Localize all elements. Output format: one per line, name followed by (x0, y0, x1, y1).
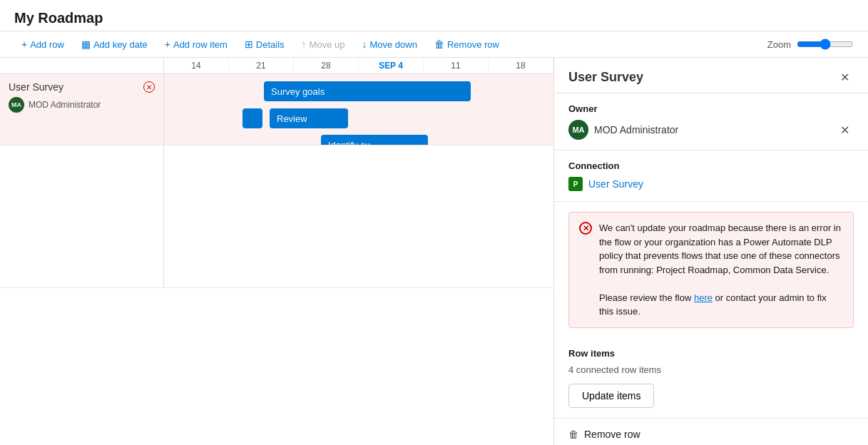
panel-header: User Survey ✕ (554, 58, 868, 93)
plus-icon-2: + (165, 39, 170, 50)
small-bar[interactable] (242, 108, 262, 128)
app-header: My Roadmap (0, 0, 868, 31)
review-bar[interactable]: Review (270, 108, 348, 128)
grid-content: User Survey ✕ MA MOD Administrator Surve… (0, 74, 553, 445)
survey-goals-bar[interactable]: Survey goals (264, 81, 471, 101)
row-name: User Survey ✕ (9, 81, 155, 93)
row-items-section: Row items 4 connected row items Update i… (554, 338, 868, 418)
owner-section-label: Owner (568, 103, 854, 114)
trash-icon: 🗑 (568, 429, 578, 440)
error-link[interactable]: here (694, 292, 713, 303)
roadmap-panel: 14 21 28 SEP 4 11 18 User Survey ✕ (0, 58, 554, 445)
arrow-down-icon: ↓ (362, 39, 367, 50)
main-area: 14 21 28 SEP 4 11 18 User Survey ✕ (0, 58, 868, 445)
connection-link[interactable]: User Survey (588, 178, 643, 190)
app-title: My Roadmap (14, 10, 103, 26)
date-cell-sep4: SEP 4 (359, 58, 424, 73)
owner-section: Owner MA MOD Administrator ✕ (554, 93, 868, 150)
identify-bar[interactable]: Identify su... (321, 135, 428, 145)
zoom-control: Zoom (767, 39, 854, 50)
date-cell-18: 18 (489, 58, 553, 73)
date-header: 14 21 28 SEP 4 11 18 (0, 58, 553, 74)
date-cells: 14 21 28 SEP 4 11 18 (164, 58, 553, 73)
remove-row-section[interactable]: 🗑 Remove row (554, 418, 868, 446)
toolbar: + Add row ▦ Add key date + Add row item … (0, 31, 868, 58)
row-items-count: 4 connected row items (568, 364, 854, 375)
remove-owner-button[interactable]: ✕ (836, 122, 854, 138)
date-header-spacer (0, 58, 164, 73)
table-row: User Survey ✕ MA MOD Administrator Surve… (0, 74, 553, 145)
date-cell-14: 14 (164, 58, 229, 73)
error-text: We can't update your roadmap because the… (599, 221, 843, 319)
details-icon: ⊞ (245, 39, 253, 50)
date-cell-11: 11 (424, 58, 489, 73)
avatar: MA (568, 120, 588, 140)
plus-icon: + (21, 39, 27, 50)
panel-title: User Survey (568, 70, 643, 85)
calendar-icon: ▦ (81, 39, 91, 50)
row-label-cell: User Survey ✕ MA MOD Administrator (0, 74, 164, 145)
zoom-slider[interactable] (797, 39, 854, 50)
owner-name: MOD Administrator (594, 124, 678, 135)
arrow-up-icon: ↑ (302, 39, 307, 50)
connection-section-label: Connection (568, 160, 854, 171)
table-row (0, 145, 553, 288)
connection-row: P User Survey (568, 177, 854, 191)
row-close-icon[interactable]: ✕ (143, 81, 155, 93)
right-panel: User Survey ✕ Owner MA MOD Administrator… (554, 58, 868, 445)
remove-row-label: Remove row (584, 429, 640, 440)
row-items-label: Row items (568, 348, 854, 359)
move-down-button[interactable]: ↓ Move down (354, 36, 424, 53)
row-gantt-cells: Survey goals Review Identify su... (164, 74, 553, 145)
move-up-button[interactable]: ↑ Move up (295, 36, 352, 53)
add-row-item-button[interactable]: + Add row item (158, 36, 235, 53)
update-items-button[interactable]: Update items (568, 384, 654, 408)
connection-icon: P (568, 177, 583, 191)
row-owner: MA MOD Administrator (9, 97, 155, 113)
empty-row-label (0, 145, 164, 287)
date-cell-28: 28 (294, 58, 359, 73)
avatar: MA (9, 97, 24, 113)
empty-row-cells (164, 145, 553, 287)
connection-section: Connection P User Survey (554, 150, 868, 202)
trash-icon-toolbar: 🗑 (434, 39, 444, 50)
panel-close-button[interactable]: ✕ (836, 69, 854, 86)
owner-row: MA MOD Administrator ✕ (568, 120, 854, 140)
owner-info: MA MOD Administrator (568, 120, 678, 140)
add-row-button[interactable]: + Add row (14, 36, 71, 53)
error-box: ✕ We can't update your roadmap because t… (568, 212, 854, 328)
date-cell-21: 21 (229, 58, 294, 73)
details-button[interactable]: ⊞ Details (238, 36, 292, 53)
add-key-date-button[interactable]: ▦ Add key date (74, 36, 155, 53)
error-icon: ✕ (579, 222, 592, 235)
remove-row-toolbar-button[interactable]: 🗑 Remove row (427, 36, 506, 53)
